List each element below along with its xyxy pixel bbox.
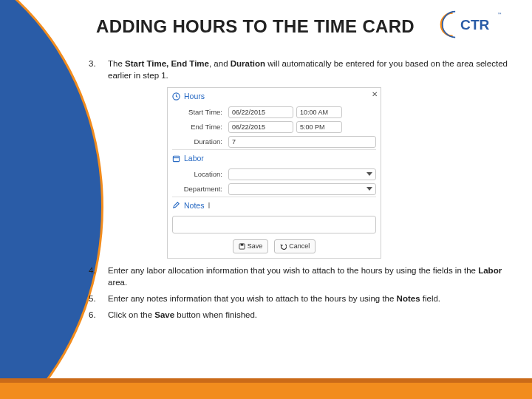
step-text: Enter any notes information that you wis… [108, 294, 440, 303]
department-label: Department: [172, 184, 225, 194]
location-label: Location: [172, 169, 225, 179]
start-time-row: Start Time: 06/22/2015 10:00 AM [168, 105, 381, 120]
step-text: The Start Time, End Time, and Duration w… [108, 59, 508, 80]
cancel-button[interactable]: Cancel [274, 239, 316, 253]
location-row: Location: [168, 167, 381, 182]
page-title: ADDING HOURS TO THE TIME CARD [96, 16, 415, 37]
clock-icon [172, 92, 180, 100]
end-date-field[interactable]: 06/22/2015 [228, 121, 293, 133]
step-text: Click on the Save button when finished. [108, 310, 257, 319]
duration-label: Duration: [172, 137, 225, 146]
step-number: 5. [89, 293, 96, 304]
duration-field[interactable]: 7 [228, 136, 376, 148]
save-button[interactable]: Save [233, 239, 269, 253]
step-5: 5. Enter any notes information that you … [89, 293, 510, 304]
step-3: 3. The Start Time, End Time, and Duratio… [89, 58, 510, 259]
start-date-field[interactable]: 06/22/2015 [228, 106, 293, 118]
pencil-icon [172, 201, 180, 209]
step-number: 6. [89, 309, 96, 321]
step-number: 4. [89, 265, 96, 276]
end-time-label: End Time: [172, 122, 225, 132]
popup-footer: Save Cancel [168, 236, 381, 258]
undo-icon [280, 243, 287, 250]
hours-header-label: Hours [184, 91, 205, 102]
ctr-logo: CTR ™ [437, 10, 504, 40]
duration-row: Duration: 7 [168, 134, 381, 149]
logo-text: CTR [460, 17, 489, 33]
cancel-button-label: Cancel [289, 242, 310, 251]
svg-rect-5 [240, 244, 243, 246]
notes-textarea[interactable] [172, 216, 376, 233]
department-select[interactable] [228, 183, 376, 195]
close-icon[interactable]: ✕ [372, 89, 378, 100]
save-icon [239, 243, 245, 250]
notes-header-label: Notes [184, 200, 204, 211]
notes-section-header: NotesI [168, 197, 381, 214]
hours-section-header: Hours [168, 88, 381, 105]
left-arc-decoration [0, 0, 103, 399]
save-button-label: Save [248, 242, 263, 251]
content-body: 3. The Start Time, End Time, and Duratio… [89, 58, 510, 325]
start-time-field[interactable]: 10:00 AM [296, 106, 342, 118]
step-number: 3. [89, 58, 96, 69]
end-time-row: End Time: 06/22/2015 5:00 PM [168, 120, 381, 134]
labor-header-label: Labor [184, 153, 204, 164]
step-4: 4. Enter any labor allocation informatio… [89, 265, 510, 288]
labor-section-header: Labor [168, 150, 381, 167]
bottom-bar-light [0, 383, 532, 399]
end-time-field[interactable]: 5:00 PM [296, 121, 342, 133]
svg-text:™: ™ [498, 12, 502, 16]
step-list: 3. The Start Time, End Time, and Duratio… [89, 58, 510, 321]
slide: ADDING HOURS TO THE TIME CARD CTR ™ 3. T… [0, 0, 532, 399]
location-select[interactable] [228, 168, 376, 180]
step-6: 6. Click on the Save button when finishe… [89, 309, 510, 321]
step-text: Enter any labor allocation information t… [108, 266, 502, 287]
hours-popup: ✕ Hours Start Time: 06/22/2015 10:00 AM [167, 87, 381, 259]
svg-rect-2 [173, 156, 179, 161]
start-time-label: Start Time: [172, 107, 225, 117]
calendar-icon [172, 154, 180, 163]
department-row: Department: [168, 182, 381, 197]
